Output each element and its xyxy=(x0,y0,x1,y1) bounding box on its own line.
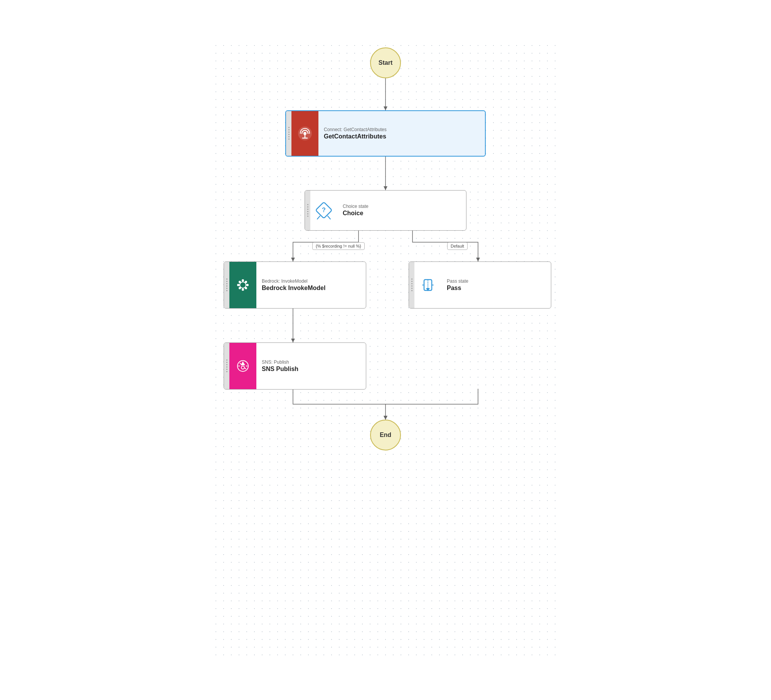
bedrock-node[interactable]: Bedrock: InvokeModel Bedrock InvokeModel xyxy=(224,261,366,309)
svg-marker-4 xyxy=(291,258,295,261)
svg-point-18 xyxy=(240,282,246,288)
pass-node[interactable]: Pass state Pass xyxy=(409,261,551,309)
pass-text: Pass state Pass xyxy=(441,262,551,308)
svg-marker-1 xyxy=(384,106,387,110)
sns-icon xyxy=(234,358,251,374)
start-label: Start xyxy=(379,59,392,66)
get-contact-attributes-node[interactable]: Connect: GetContactAttributes GetContact… xyxy=(285,110,486,157)
svg-point-27 xyxy=(239,281,241,283)
drag-handle-choice[interactable] xyxy=(305,191,310,230)
svg-text:?: ? xyxy=(322,207,326,213)
pass-subtitle: Pass state xyxy=(447,278,545,284)
drag-handle-sns[interactable] xyxy=(224,343,229,389)
default-label: Default xyxy=(447,242,468,250)
svg-marker-5 xyxy=(476,258,480,261)
get-contact-attributes-subtitle: Connect: GetContactAttributes xyxy=(324,127,480,132)
bedrock-subtitle: Bedrock: InvokeModel xyxy=(262,278,360,284)
choice-text: Choice state Choice xyxy=(337,191,466,230)
svg-line-37 xyxy=(245,368,246,369)
get-contact-attributes-text: Connect: GetContactAttributes GetContact… xyxy=(318,111,485,156)
get-contact-attributes-title: GetContactAttributes xyxy=(324,133,480,140)
end-node[interactable]: End xyxy=(370,420,401,450)
svg-marker-9 xyxy=(384,416,387,420)
bedrock-text: Bedrock: InvokeModel Bedrock InvokeModel xyxy=(256,262,366,308)
svg-line-16 xyxy=(317,216,320,219)
connect-icon-area xyxy=(291,111,318,156)
svg-point-28 xyxy=(245,287,247,289)
choice-icon: ? xyxy=(314,201,333,220)
svg-line-36 xyxy=(240,363,241,364)
svg-marker-8 xyxy=(384,416,387,420)
svg-point-29 xyxy=(239,287,241,289)
svg-point-30 xyxy=(245,281,247,283)
connect-icon xyxy=(296,125,313,142)
drag-handle-bedrock[interactable] xyxy=(224,262,229,308)
svg-point-22 xyxy=(246,284,249,286)
sns-title: SNS Publish xyxy=(262,366,360,373)
end-label: End xyxy=(380,432,391,439)
bedrock-icon xyxy=(234,277,251,293)
drag-handle[interactable] xyxy=(286,111,291,156)
svg-marker-32 xyxy=(241,361,245,365)
svg-point-19 xyxy=(242,279,244,282)
condition-label: {% $recording != null %} xyxy=(312,242,365,250)
svg-marker-3 xyxy=(384,186,387,190)
choice-node[interactable]: ? Choice state Choice xyxy=(305,190,466,231)
svg-marker-7 xyxy=(291,339,295,342)
bedrock-icon-area xyxy=(229,262,256,308)
pass-icon-area xyxy=(414,262,441,308)
start-node[interactable]: Start xyxy=(370,47,401,78)
svg-point-21 xyxy=(237,284,239,286)
pass-title: Pass xyxy=(447,285,545,292)
sns-node[interactable]: SNS: Publish SNS Publish xyxy=(224,342,366,390)
svg-line-17 xyxy=(328,216,330,219)
diagram-canvas: {% $recording != null %} Default Start xyxy=(212,42,559,659)
sns-text: SNS: Publish SNS Publish xyxy=(256,343,366,389)
choice-subtitle: Choice state xyxy=(343,204,461,209)
drag-handle-pass[interactable] xyxy=(409,262,414,308)
svg-point-33 xyxy=(241,366,244,369)
sns-subtitle: SNS: Publish xyxy=(262,359,360,365)
bedrock-title: Bedrock InvokeModel xyxy=(262,285,360,292)
sns-icon-area xyxy=(229,343,256,389)
svg-point-20 xyxy=(242,288,244,291)
pass-icon xyxy=(419,277,436,293)
choice-title: Choice xyxy=(343,210,461,217)
choice-icon-area: ? xyxy=(310,191,337,230)
